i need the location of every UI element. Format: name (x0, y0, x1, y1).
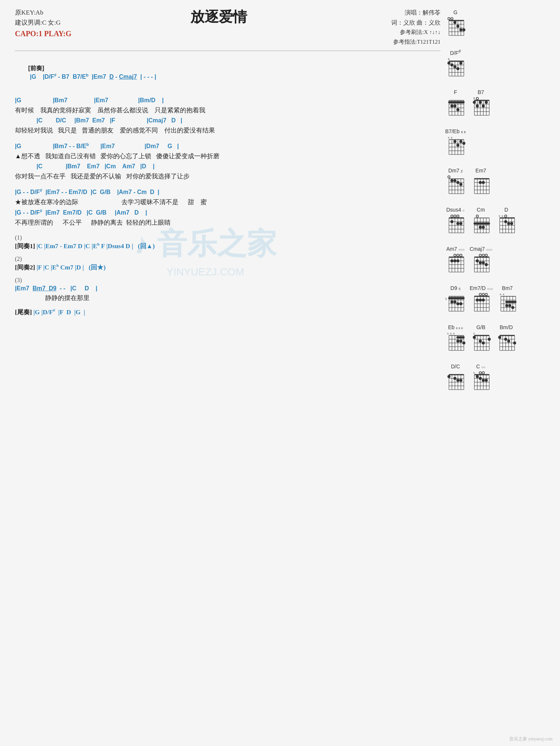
svg-point-162 (510, 222, 513, 225)
chord-GB: G/B x (470, 324, 492, 357)
verse2-chord2: |C |Bm7 Em7 |Cm Am7 |D | (15, 162, 441, 171)
chorus-chord1: |G - - D/F# |Em7 - - Em7/D |C G/B |Am7 -… (15, 188, 441, 197)
svg-point-126 (454, 215, 456, 217)
chord-D: D x x (495, 207, 517, 239)
svg-point-98 (454, 179, 457, 182)
num-label-2: (2) (15, 256, 441, 262)
chord-row-9: Eb x x x x x x (444, 322, 553, 359)
svg-point-144 (479, 226, 482, 229)
svg-rect-46 (448, 101, 465, 103)
svg-point-247 (508, 304, 511, 307)
svg-point-129 (457, 222, 460, 225)
svg-point-49 (457, 108, 460, 111)
verse2-chord1: |G |Bm7 - - B/Eb |Em7 |Dm7 G | (15, 142, 441, 151)
svg-point-196 (482, 261, 485, 264)
svg-point-96 (448, 176, 450, 178)
chord-row-4: B7/Eb x x x x (444, 127, 553, 163)
svg-point-309 (448, 375, 451, 378)
section-verse2: |G |Bm7 - - B/Eb |Em7 |Dm7 G | ▲想不透 我知道自… (15, 142, 441, 181)
svg-point-191 (479, 254, 482, 256)
svg-text:x: x (503, 292, 505, 296)
divider (15, 50, 441, 51)
svg-point-159 (505, 215, 507, 217)
chord-F: F (444, 89, 467, 122)
svg-point-177 (451, 259, 454, 262)
svg-point-32 (454, 65, 457, 68)
svg-point-328 (479, 377, 482, 380)
svg-point-294 (498, 336, 501, 339)
svg-text:x: x (450, 331, 452, 335)
svg-point-311 (457, 379, 460, 382)
svg-point-212 (454, 300, 457, 303)
svg-point-326 (482, 372, 485, 374)
chord-C: C ○○ x (470, 363, 492, 396)
svg-point-310 (454, 377, 457, 380)
svg-point-13 (451, 18, 453, 20)
section-interlude2: (2) [间奏2] |F |C |Eb Cm7 |D | (回★) (15, 256, 441, 272)
outro-line: [尾奏] |G |D/F# |F D |G | (15, 308, 441, 316)
svg-point-325 (479, 372, 482, 374)
chord-Cmaj7: Cmaj7 ○○○ (470, 246, 492, 278)
svg-point-227 (482, 293, 485, 296)
svg-point-312 (460, 379, 463, 382)
interlude2-line: [间奏2] |F |C |Eb Cm7 |D | (回★) (15, 263, 441, 272)
singer-info: 演唱：解伟苓 词：义欣 曲：义欣 参考刷法:X ↑↓↑↓ 参考指法:T121T1… (366, 7, 441, 47)
svg-text:x: x (499, 214, 501, 218)
svg-point-228 (485, 293, 488, 296)
svg-point-330 (485, 379, 488, 382)
svg-point-100 (460, 183, 463, 186)
svg-point-14 (454, 21, 457, 24)
page: 原KEY:Ab 建议男调:C 女:G CAPO:1 PLAY:G 放逐爱情 演唱… (0, 0, 560, 746)
original-key: 原KEY:Ab (15, 7, 71, 18)
svg-point-145 (482, 226, 485, 229)
svg-point-97 (451, 179, 454, 182)
svg-point-16 (460, 28, 463, 31)
svg-point-194 (476, 259, 479, 262)
song-title: 放逐爱情 (71, 7, 366, 26)
chord-row-1: G (444, 7, 553, 44)
chord-Eb: Eb x x x x x x (444, 324, 467, 357)
section-outro: [尾奏] |G |D/F# |F D |G | (15, 308, 441, 316)
chord-row-7: Am7 ○○○ (444, 244, 553, 280)
header-area: 原KEY:Ab 建议男调:C 女:G CAPO:1 PLAY:G 放逐爱情 演唱… (15, 7, 441, 47)
svg-point-329 (482, 379, 485, 382)
svg-point-83 (460, 140, 463, 143)
chord-BmD: Bm/D (495, 324, 517, 357)
svg-text:x: x (447, 331, 449, 335)
svg-text:x: x (448, 135, 450, 139)
svg-rect-245 (505, 301, 517, 303)
chord-B7: B7 x (470, 89, 492, 122)
svg-point-47 (451, 104, 454, 107)
chord-Em7: Em7 (470, 168, 492, 200)
svg-point-84 (463, 142, 466, 145)
chord-G: G (444, 9, 467, 42)
section-3: (3) |Em7 Bm7 D9 - - |C D | 静静的摆在那里 (15, 277, 441, 303)
section-verse1: |G |Bm7 |Em7 |Bm/D | 有时候 我真的觉得好寂寞 虽然你甚么都… (15, 96, 441, 135)
strum-pattern: 参考刷法:X ↑↓↑↓ (366, 28, 441, 37)
svg-point-99 (457, 181, 460, 184)
chord-Em7D: Em7/D ○○○ (470, 285, 493, 318)
svg-point-125 (451, 215, 453, 217)
section3-lyric: 静静的摆在那里 (15, 293, 441, 303)
svg-text:x: x (448, 57, 450, 61)
svg-text:x: x (473, 96, 475, 100)
verse2-lyric2: 你对我一点不在乎 我还是爱的不认输 对你的爱我选择了让步 (15, 172, 441, 181)
svg-point-178 (454, 259, 457, 262)
svg-point-34 (460, 62, 463, 65)
chord-DFs: D/F# x (444, 49, 467, 82)
svg-point-112 (479, 181, 482, 184)
svg-point-296 (507, 340, 510, 343)
verse1-chord1: |G |Bm7 |Em7 |Bm/D | (15, 96, 441, 104)
chord-DC: D/C (444, 363, 467, 396)
svg-point-81 (454, 140, 457, 143)
svg-rect-210 (448, 297, 465, 299)
svg-point-192 (482, 254, 485, 256)
chord-Bm7: Bm7 x x (496, 285, 519, 318)
svg-point-327 (476, 375, 479, 378)
section-interlude1: (1) [间奏1] |C |Em7 - Em7 D |C |Eb F |Dsus… (15, 234, 441, 250)
singer: 演唱：解伟苓 (366, 7, 441, 18)
svg-point-282 (488, 338, 491, 341)
svg-point-161 (507, 222, 510, 225)
svg-point-211 (451, 300, 454, 303)
chord-Cm: Cm (470, 207, 492, 239)
